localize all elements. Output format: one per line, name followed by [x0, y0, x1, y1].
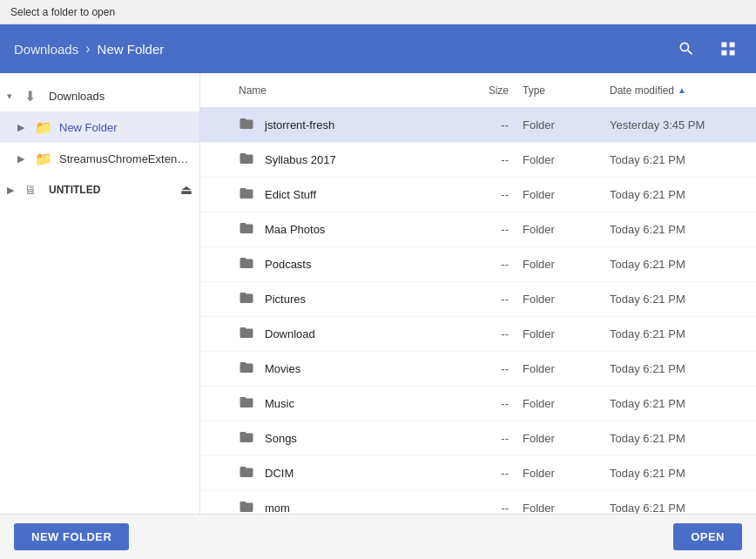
table-row[interactable]: DCIM -- Folder Today 6:21 PM	[200, 456, 756, 491]
table-row[interactable]: Movies -- Folder Today 6:21 PM	[200, 352, 756, 387]
breadcrumb: Downloads › New Folder	[14, 41, 164, 57]
table-row[interactable]: Download -- Folder Today 6:21 PM	[200, 317, 756, 352]
sort-icon: ▲	[678, 85, 686, 95]
col-header-size[interactable]: Size	[453, 84, 523, 97]
file-date: Today 6:21 PM	[610, 188, 749, 201]
folder-icon	[239, 429, 258, 448]
sidebar-item-untitled[interactable]: ▶ 🖥 UNTITLED ⏏	[0, 174, 199, 205]
folder-icon	[239, 220, 258, 239]
table-row[interactable]: Maa Photos -- Folder Today 6:21 PM	[200, 212, 756, 247]
file-name: Songs	[265, 432, 297, 445]
table-row[interactable]: Music -- Folder Today 6:21 PM	[200, 387, 756, 421]
file-date: Today 6:21 PM	[610, 397, 749, 410]
file-date: Today 6:21 PM	[610, 502, 749, 514]
grid-view-button[interactable]	[714, 35, 742, 63]
breadcrumb-current: New Folder	[98, 42, 165, 57]
folder-icon	[239, 116, 258, 135]
file-size: --	[453, 188, 523, 201]
file-name: Maa Photos	[265, 223, 325, 236]
file-size: --	[453, 432, 523, 445]
file-size: --	[453, 293, 523, 306]
file-type: Folder	[523, 362, 610, 375]
search-icon	[678, 40, 695, 57]
sidebar-label-downloads: Downloads	[49, 90, 192, 103]
top-bar-text: Select a folder to open	[10, 6, 115, 18]
file-size: --	[453, 397, 523, 410]
col-header-date[interactable]: Date modified ▲	[610, 84, 749, 97]
folder-icon-streamus: 📁	[35, 151, 54, 167]
table-row[interactable]: Podcasts -- Folder Today 6:21 PM	[200, 247, 756, 282]
file-size: --	[453, 258, 523, 271]
file-date: Today 6:21 PM	[610, 153, 749, 166]
folder-icon	[239, 325, 258, 344]
file-date: Today 6:21 PM	[610, 362, 749, 375]
file-type: Folder	[523, 397, 610, 410]
file-date: Yesterday 3:45 PM	[610, 118, 749, 131]
file-type: Folder	[523, 118, 610, 131]
file-date: Today 6:21 PM	[610, 293, 749, 306]
file-name: Movies	[265, 362, 300, 375]
table-row[interactable]: mom -- Folder Today 6:21 PM	[200, 491, 756, 514]
main-area: ▾ ⬇ Downloads ▶ 📁 New Folder ▶ 📁 Streamu…	[0, 73, 756, 514]
file-size: --	[453, 327, 523, 340]
breadcrumb-root[interactable]: Downloads	[14, 42, 78, 57]
sidebar-arrow-streamus: ▶	[17, 153, 35, 165]
table-row[interactable]: jstorrent-fresh -- Folder Yesterday 3:45…	[200, 108, 756, 143]
folder-icon	[239, 499, 258, 515]
file-date: Today 6:21 PM	[610, 327, 749, 340]
sidebar-arrow-untitled: ▶	[7, 185, 24, 196]
file-type: Folder	[523, 327, 610, 340]
file-date: Today 6:21 PM	[610, 467, 749, 480]
sidebar-item-streamus[interactable]: ▶ 📁 StreamusChromeExtensi...	[0, 143, 199, 174]
file-name: DCIM	[265, 467, 294, 480]
new-folder-button[interactable]: NEW FOLDER	[14, 523, 129, 550]
search-button[interactable]	[672, 35, 700, 63]
folder-icon	[239, 360, 258, 379]
file-size: --	[453, 153, 523, 166]
file-size: --	[453, 502, 523, 514]
sidebar-label-untitled: UNTITLED	[49, 184, 177, 196]
file-name: jstorrent-fresh	[265, 118, 334, 131]
table-row[interactable]: Pictures -- Folder Today 6:21 PM	[200, 282, 756, 317]
col-header-type[interactable]: Type	[523, 84, 610, 97]
folder-icon	[239, 185, 258, 205]
file-type: Folder	[523, 223, 610, 236]
sidebar: ▾ ⬇ Downloads ▶ 📁 New Folder ▶ 📁 Streamu…	[0, 73, 200, 514]
file-size: --	[453, 223, 523, 236]
file-type: Folder	[523, 467, 610, 480]
file-type: Folder	[523, 188, 610, 201]
file-name: Syllabus 2017	[265, 153, 336, 166]
download-icon: ⬇	[24, 88, 44, 104]
table-row[interactable]: Syllabus 2017 -- Folder Today 6:21 PM	[200, 143, 756, 178]
file-name: mom	[265, 502, 290, 514]
folder-icon	[239, 464, 258, 483]
file-name: Download	[265, 327, 315, 340]
table-row[interactable]: Songs -- Folder Today 6:21 PM	[200, 421, 756, 456]
top-bar: Select a folder to open	[0, 0, 756, 24]
bottom-bar: NEW FOLDER OPEN	[0, 514, 756, 559]
file-type: Folder	[523, 293, 610, 306]
file-date: Today 6:21 PM	[610, 258, 749, 271]
sidebar-item-downloads[interactable]: ▾ ⬇ Downloads	[0, 80, 199, 111]
file-type: Folder	[523, 258, 610, 271]
col-header-name[interactable]: Name	[207, 84, 453, 97]
file-name: Podcasts	[265, 258, 311, 271]
file-name: Music	[265, 397, 294, 410]
folder-icon	[239, 255, 258, 274]
table-header: Name Size Type Date modified ▲	[200, 73, 756, 108]
file-name: Edict Stuff	[265, 188, 316, 201]
file-type: Folder	[523, 432, 610, 445]
file-area: Name Size Type Date modified ▲ jstorrent…	[200, 73, 756, 514]
eject-icon[interactable]: ⏏	[180, 182, 192, 198]
table-row[interactable]: Edict Stuff -- Folder Today 6:21 PM	[200, 178, 756, 212]
sidebar-label-streamus: StreamusChromeExtensi...	[59, 152, 192, 165]
sidebar-item-new-folder[interactable]: ▶ 📁 New Folder	[0, 111, 199, 143]
sidebar-arrow-new-folder: ▶	[17, 122, 35, 133]
drive-icon-untitled: 🖥	[24, 183, 44, 197]
folder-icon	[239, 290, 258, 309]
header-actions	[672, 35, 742, 63]
open-button[interactable]: OPEN	[673, 523, 742, 550]
file-size: --	[453, 362, 523, 375]
file-type: Folder	[523, 153, 610, 166]
breadcrumb-separator: ›	[85, 41, 90, 57]
